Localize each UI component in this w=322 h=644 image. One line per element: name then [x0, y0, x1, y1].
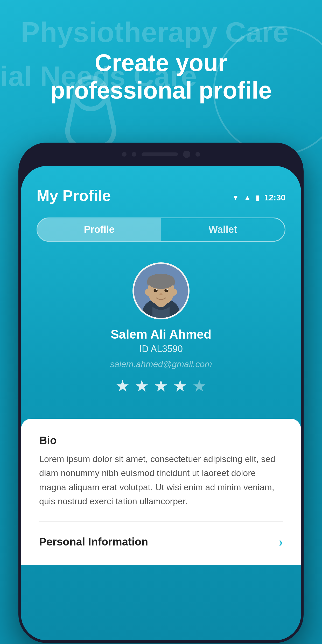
star-2: ★: [135, 376, 149, 395]
svg-point-13: [156, 289, 157, 290]
star-3: ★: [154, 376, 168, 395]
phone-top-bar: [18, 143, 304, 166]
signal-icon: ▲: [244, 193, 251, 202]
chevron-right-icon: ›: [279, 535, 283, 549]
svg-point-17: [172, 289, 177, 295]
clock: 12:30: [264, 193, 285, 202]
volume-down-button: [18, 244, 20, 264]
profile-section: Salem Ali Ahmed ID AL3590 salem.ahmed@gm…: [21, 247, 301, 406]
section-divider: [39, 521, 283, 522]
personal-info-section[interactable]: Personal Information ›: [39, 535, 283, 549]
star-4: ★: [173, 376, 187, 395]
wifi-icon: ▼: [232, 193, 239, 202]
bio-title: Bio: [39, 434, 283, 447]
tabs-container: Profile Wallet: [37, 218, 285, 242]
profile-name: Salem Ali Ahmed: [111, 327, 212, 341]
avatar: [132, 262, 190, 319]
camera-notch: [122, 151, 200, 158]
headline-line1: Create your: [21, 49, 301, 77]
stars-rating: ★ ★ ★ ★ ★: [115, 376, 207, 395]
svg-point-11: [154, 289, 158, 292]
white-card-section: Bio Lorem ipsum dolor sit amet, consecte…: [21, 419, 301, 565]
phone-frame: ▼ ▲ ▮ 12:30 My Profile Profile Wallet: [18, 143, 304, 643]
personal-info-label: Personal Information: [39, 536, 148, 548]
profile-id: ID AL3590: [139, 344, 183, 354]
battery-icon: ▮: [256, 193, 260, 202]
star-5: ★: [192, 376, 207, 395]
sensor-dot-2: [195, 152, 200, 157]
front-camera-dot: [122, 152, 127, 157]
svg-point-14: [166, 289, 168, 290]
volume-up-button: [18, 215, 20, 236]
front-camera: [183, 151, 190, 158]
svg-point-16: [145, 289, 150, 295]
svg-point-12: [164, 289, 168, 292]
phone-screen: ▼ ▲ ▮ 12:30 My Profile Profile Wallet: [21, 166, 301, 640]
headline-line2: professional profile: [21, 77, 301, 104]
status-bar: ▼ ▲ ▮ 12:30: [21, 190, 301, 205]
screen-inner: ▼ ▲ ▮ 12:30 My Profile Profile Wallet: [21, 166, 301, 640]
star-1: ★: [115, 376, 130, 395]
tab-wallet[interactable]: Wallet: [161, 218, 285, 241]
power-button: [302, 226, 304, 257]
app-header: My Profile: [21, 166, 301, 212]
sensor-dot: [132, 152, 136, 157]
tab-profile[interactable]: Profile: [37, 218, 161, 241]
bio-text: Lorem ipsum dolor sit amet, consectetuer…: [39, 452, 283, 508]
headline: Create your professional profile: [0, 49, 322, 104]
profile-email: salem.ahmed@gmail.com: [110, 359, 212, 369]
svg-point-15: [159, 293, 162, 295]
earpiece-speaker: [142, 152, 178, 156]
